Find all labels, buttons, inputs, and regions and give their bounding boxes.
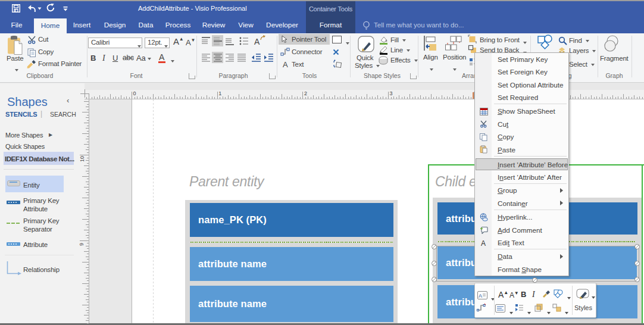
svg-text:A: A (481, 239, 486, 247)
svg-text:A: A (479, 293, 482, 299)
